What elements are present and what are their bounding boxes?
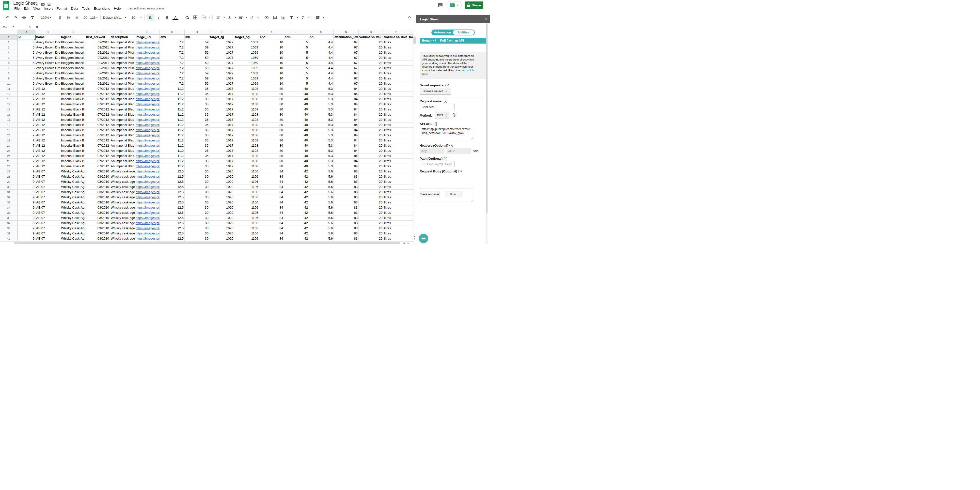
column-header[interactable]: A [18,30,35,35]
cell[interactable]: 4.4 [309,81,334,86]
row-header[interactable]: 21 [0,138,18,143]
cell[interactable] [408,71,413,76]
cell[interactable]: 1106 [234,174,259,179]
column-header[interactable]: I [210,30,234,35]
column-header[interactable]: P [383,30,408,35]
cell[interactable]: 67 [334,60,359,66]
text-wrap-caret[interactable]: ▼ [246,16,248,19]
cell[interactable]: 1106 [234,205,259,210]
row-header[interactable]: 34 [0,205,18,210]
cell[interactable]: 20 [359,159,383,164]
cell[interactable]: 40 [284,122,309,128]
cell[interactable]: Bloggers' Imperi [60,81,85,86]
cell[interactable]: https://images.pu [135,128,160,133]
cell[interactable] [408,159,413,164]
cell[interactable]: 84 [259,231,284,236]
cell[interactable]: 12.5 [160,184,185,190]
cell[interactable]: litres [383,128,408,133]
cell[interactable]: 1108 [234,154,259,159]
cell[interactable]: 1069 [234,81,259,86]
cell[interactable]: Whisky Cask-Ag [60,236,85,241]
cell[interactable]: An Imperial Pilsr [110,66,135,71]
format-percent-button[interactable]: % [64,14,72,21]
cell[interactable]: 1069 [234,40,259,45]
column-header[interactable]: L [284,30,309,35]
cell[interactable]: 84 [259,184,284,190]
cell[interactable]: AB:12 [35,154,60,159]
cell[interactable]: 40 [284,117,309,122]
cell[interactable]: An Imperial Blac [110,164,135,169]
menu-format[interactable]: Format [55,6,69,11]
request-name-input[interactable]: Beer API [420,104,455,110]
cell[interactable]: 10 [259,66,284,71]
scroll-up-icon[interactable]: ▲ [413,235,416,237]
resize-handle[interactable] [471,138,473,140]
cell[interactable]: 12.5 [160,195,185,200]
cell[interactable]: An Imperial Pilsr [110,45,135,50]
menu-view[interactable]: View [32,6,42,11]
cell[interactable]: 59 [185,50,210,56]
cell[interactable]: 20 [359,138,383,143]
cell[interactable]: 80 [259,164,284,169]
row-header[interactable]: 30 [0,184,18,190]
font-name-select[interactable]: Default (Ari...▼ [102,14,127,21]
cell[interactable]: 5 [284,76,309,81]
cell[interactable]: 84 [334,148,359,154]
cell[interactable]: 84 [259,200,284,205]
cell[interactable]: 40 [284,92,309,97]
cell[interactable]: 67 [334,66,359,71]
cell[interactable]: 03/2010 [85,231,110,236]
cell[interactable]: litres [383,174,408,179]
cell[interactable]: 12.5 [160,205,185,210]
cell[interactable]: 1027 [210,60,234,66]
cell[interactable]: https://images.pu [135,133,160,138]
insert-comment-icon[interactable] [271,14,279,21]
cell[interactable]: 42 [284,231,309,236]
cell[interactable]: 5.6 [309,184,334,190]
cell[interactable]: 83 [334,210,359,216]
cell[interactable]: 5 [18,66,35,71]
sheets-logo-icon[interactable] [3,1,10,10]
cell[interactable]: Avery Brown Dre [35,71,60,76]
cell[interactable]: 7 [18,86,35,92]
cell[interactable]: https://images.pu [135,216,160,220]
cell[interactable]: litres [383,86,408,92]
breadcrumb-home[interactable]: Home>> | [422,39,436,42]
cell[interactable]: 5 [284,50,309,56]
cell[interactable]: 80 [259,154,284,159]
cell[interactable]: 1017 [210,159,234,164]
cell[interactable]: id [18,35,35,40]
cell[interactable]: 42 [284,226,309,231]
cell[interactable]: 4.4 [309,71,334,76]
header-value-input[interactable]: Value [446,148,471,154]
cell[interactable]: 02/2011 [85,56,110,60]
cell[interactable]: 02/2011 [85,45,110,50]
number-format-button[interactable]: 123▼ [89,14,99,21]
cell[interactable]: 7 [18,154,35,159]
cell[interactable]: 20 [359,97,383,102]
cell[interactable]: 5 [284,66,309,71]
cell[interactable]: 07/2012 [85,102,110,107]
cell[interactable]: Whisky Cask-Ag [60,210,85,216]
cell[interactable]: 5.3 [309,148,334,154]
increase-decimal-button[interactable]: .00 [81,14,89,21]
cell[interactable]: 4.4 [309,66,334,71]
row-header[interactable]: 33 [0,200,18,205]
cell[interactable]: 07/2012 [85,107,110,112]
row-header[interactable]: 27 [0,169,18,174]
cell[interactable]: 83 [334,190,359,195]
cell[interactable]: 4.4 [309,60,334,66]
cell[interactable]: Imperial Black B [60,97,85,102]
cell[interactable]: 20 [359,236,383,241]
cell[interactable]: 20 [359,200,383,205]
cell[interactable]: 1108 [234,107,259,112]
cell[interactable]: ibu [185,35,210,40]
cell[interactable]: litres [383,179,408,184]
cell[interactable]: https://images.pu [135,56,160,60]
cell[interactable] [408,174,413,179]
cell[interactable]: 1106 [234,190,259,195]
row-header[interactable]: 23 [0,148,18,154]
cell[interactable]: 1069 [234,76,259,81]
cell[interactable]: AB:12 [35,133,60,138]
cell[interactable]: 42 [284,179,309,184]
